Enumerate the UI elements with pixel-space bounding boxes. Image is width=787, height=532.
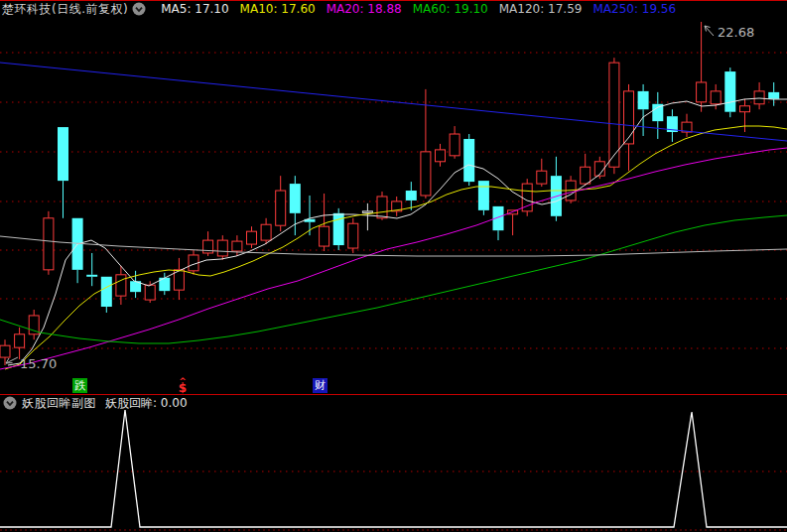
ma-line-ma5: [8, 98, 787, 365]
candle-body-up: [348, 223, 358, 248]
ma5-label: MA5: 17.10: [161, 2, 228, 16]
ma20-label: MA20: 18.88: [327, 2, 402, 16]
candle-body-up: [145, 285, 155, 300]
candle-body-up: [624, 91, 634, 144]
candle-body-up: [697, 82, 707, 102]
candle-body-up: [0, 345, 10, 357]
candle-body-down: [58, 127, 68, 181]
subpanel-title: 妖股回眸副图: [22, 395, 96, 412]
ma-line-ma120: [0, 236, 787, 256]
indicator-line: [0, 410, 787, 527]
fall-event-badge: 跌: [72, 378, 87, 393]
subpanel-value: 妖股回眸: 0.00: [105, 395, 188, 412]
candle-body-down: [478, 181, 489, 210]
candle-body-up: [436, 150, 446, 162]
high-price-label: 22.68: [718, 25, 754, 40]
candle-body-up: [232, 241, 242, 251]
candle-body-down: [768, 92, 779, 99]
candle-body-down: [638, 91, 649, 109]
ma10-label: MA10: 17.60: [240, 2, 316, 16]
candle-body-up: [377, 197, 387, 218]
candle-body-flat: [362, 211, 372, 213]
ma120-label: MA120: 17.59: [499, 2, 583, 16]
candle-body-up: [754, 91, 764, 104]
candle-body-up: [711, 91, 721, 104]
chevron-down-icon[interactable]: [3, 396, 17, 410]
stock-title: 楚环科技(日线.前复权): [2, 1, 128, 18]
ma250-label: MA250: 19.56: [592, 2, 676, 16]
candle-body-up: [421, 152, 431, 196]
candle-body-up: [15, 334, 25, 347]
candle-body-down: [724, 71, 735, 112]
app-window: 22.68 15.70 楚环科技(日线.前复权) MA5: 17.10 MA10…: [0, 0, 787, 532]
candle-body-up: [450, 134, 459, 156]
price-chart-canvas[interactable]: 22.68 15.70: [0, 0, 787, 532]
candle-body-down: [406, 191, 417, 200]
candle-body-up: [247, 231, 257, 244]
chart-header: 楚环科技(日线.前复权) MA5: 17.10 MA10: 17.60 MA20…: [2, 1, 676, 17]
candle-body-up: [217, 240, 227, 256]
ma60-label: MA60: 19.10: [413, 2, 488, 16]
candle-body-down: [101, 277, 112, 307]
finance-event-badge: 财: [313, 378, 328, 393]
candle-body-up: [581, 167, 590, 184]
low-price-label: 15.70: [20, 356, 57, 371]
candle-body-down: [463, 139, 474, 182]
ma-line-ma20: [0, 148, 787, 369]
candle-body-down: [290, 184, 301, 213]
chevron-down-icon[interactable]: [132, 2, 146, 16]
candle-body-up: [276, 191, 286, 225]
ma-line-ma250: [0, 63, 787, 141]
sell-signal-marker: ^ $: [176, 378, 190, 394]
candle-body-up: [537, 171, 547, 184]
candle-body-up: [320, 226, 329, 246]
candle-body-up: [116, 275, 126, 296]
dollar-icon: $: [179, 383, 187, 394]
candle-body-up: [740, 106, 750, 112]
candle-body-up: [44, 218, 54, 270]
candle-body-down: [86, 275, 97, 277]
candle-body-up: [261, 224, 271, 240]
subpanel-header: 妖股回眸副图 妖股回眸: 0.00: [3, 395, 188, 411]
ma-line-ma10: [5, 126, 787, 369]
